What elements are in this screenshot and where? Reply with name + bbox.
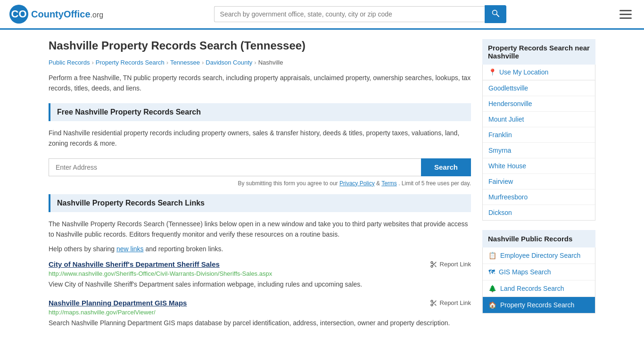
free-search-heading: Free Nashville Property Records Search [49, 103, 471, 121]
global-search-bar [214, 5, 506, 23]
terms-link[interactable]: Terms [381, 180, 397, 187]
resource-title-link[interactable]: City of Nashville Sheriff's Department S… [49, 260, 220, 268]
breadcrumb-property-records-search[interactable]: Property Records Search [96, 59, 165, 66]
resource-url: http://www.nashville.gov/Sheriffs-Office… [49, 270, 471, 277]
resource-description: View City of Nashville Sheriff's Departm… [49, 280, 471, 289]
logo-text: CountyOffice.org [31, 9, 103, 20]
public-records-title: Nashville Public Records [482, 230, 595, 247]
svg-line-3 [496, 14, 499, 16]
nearby-list-item: Dickson [483, 205, 595, 220]
svg-line-13 [432, 302, 434, 303]
nearby-hendersonville[interactable]: Hendersonville [483, 96, 595, 111]
svg-line-7 [434, 265, 436, 267]
nearby-dickson[interactable]: Dickson [483, 205, 595, 220]
resource-item: City of Nashville Sheriff's Department S… [49, 260, 471, 289]
resource-url: http://maps.nashville.gov/ParcelViewer/ [49, 309, 471, 316]
privacy-policy-link[interactable]: Privacy Policy [339, 180, 375, 187]
page-title: Nashville Property Records Search (Tenne… [49, 39, 471, 52]
location-pin-icon: 📍 [488, 68, 496, 76]
nearby-smyrna[interactable]: Smyrna [483, 143, 595, 158]
nearby-section: Property Records Search near Nashville 📍… [482, 39, 595, 221]
directory-icon: 📋 [488, 252, 496, 259]
use-location-item: 📍 Use My Location [483, 65, 595, 81]
address-search-input[interactable] [49, 158, 421, 176]
resource-title-row: Nashville Planning Department GIS Maps R… [49, 299, 471, 307]
address-search-row: Search [49, 158, 471, 176]
resource-description: Search Nashville Planning Department GIS… [49, 318, 471, 328]
content-area: Nashville Property Records Search (Tenne… [49, 39, 471, 337]
gis-maps-link[interactable]: 🗺 GIS Maps Search [483, 264, 595, 280]
nearby-list-item: Hendersonville [483, 96, 595, 112]
map-icon: 🗺 [488, 268, 495, 276]
resource-title-link[interactable]: Nashville Planning Department GIS Maps [49, 299, 187, 307]
hamburger-line [619, 17, 632, 19]
report-link-button[interactable]: Report Link [430, 299, 471, 307]
tree-icon: 🌲 [488, 285, 496, 292]
page-description: Perform a free Nashville, TN public prop… [49, 73, 471, 94]
breadcrumb-public-records[interactable]: Public Records [49, 59, 90, 66]
nearby-list: 📍 Use My Location Goodlettsville Henders… [482, 65, 595, 221]
logo-icon: CO [9, 5, 28, 24]
svg-text:CO: CO [11, 8, 27, 20]
nearby-list-item: Smyrna [483, 143, 595, 158]
nearby-section-title: Property Records Search near Nashville [482, 39, 595, 65]
public-records-item: 🗺 GIS Maps Search [483, 264, 595, 280]
scissors-icon [430, 261, 438, 268]
nearby-list-item: White House [483, 158, 595, 174]
breadcrumb-nashville: Nashville [258, 59, 283, 66]
svg-line-8 [432, 263, 434, 264]
links-description: The Nashville Property Records Search (T… [49, 219, 471, 240]
land-records-link[interactable]: 🌲 Land Records Search [483, 280, 595, 296]
public-records-item: 🌲 Land Records Search [483, 280, 595, 297]
free-search-description: Find Nashville residential property reco… [49, 128, 471, 149]
nearby-list-item: Mount Juliet [483, 112, 595, 127]
links-section-heading: Nashville Property Records Search Links [49, 194, 471, 212]
new-links-link[interactable]: new links [116, 245, 144, 253]
header: CO CountyOffice.org [0, 0, 644, 30]
sidebar: Property Records Search near Nashville 📍… [482, 39, 595, 337]
employee-directory-link[interactable]: 📋 Employee Directory Search [483, 247, 595, 263]
global-search-input[interactable] [214, 6, 485, 22]
home-icon: 🏠 [488, 301, 496, 309]
report-link-button[interactable]: Report Link [430, 261, 471, 268]
nearby-list-item: Fairview [483, 174, 595, 189]
svg-point-4 [431, 262, 433, 263]
svg-point-5 [431, 265, 433, 267]
form-disclaimer: By submitting this form you agree to our… [49, 180, 471, 187]
nearby-list-item: Murfreesboro [483, 189, 595, 205]
address-search-form: Search By submitting this form you agree… [49, 158, 471, 187]
hamburger-line [619, 10, 632, 11]
use-location-link[interactable]: 📍 Use My Location [483, 65, 595, 80]
hamburger-menu-button[interactable] [617, 7, 635, 22]
address-search-button[interactable]: Search [421, 158, 471, 176]
breadcrumb-davidson-county[interactable]: Davidson County [206, 59, 252, 66]
nearby-list-item: Franklin [483, 127, 595, 143]
nearby-murfreesboro[interactable]: Murfreesboro [483, 189, 595, 205]
logo-area: CO CountyOffice.org [9, 5, 103, 24]
breadcrumb-tennessee[interactable]: Tennessee [170, 59, 200, 66]
public-records-section: Nashville Public Records 📋 Employee Dire… [482, 230, 595, 313]
nearby-goodlettsville[interactable]: Goodlettsville [483, 81, 595, 96]
search-icon [492, 9, 499, 17]
scissors-icon [430, 299, 438, 307]
svg-point-9 [431, 300, 433, 302]
svg-point-10 [431, 304, 433, 306]
svg-line-12 [434, 304, 436, 305]
resource-item: Nashville Planning Department GIS Maps R… [49, 299, 471, 328]
resource-title-row: City of Nashville Sheriff's Department S… [49, 260, 471, 268]
main-container: Nashville Property Records Search (Tenne… [39, 30, 605, 347]
property-records-link[interactable]: 🏠 Property Records Search [483, 297, 595, 313]
public-records-item: 📋 Employee Directory Search [483, 247, 595, 264]
hamburger-line [619, 14, 632, 15]
nearby-mount-juliet[interactable]: Mount Juliet [483, 112, 595, 127]
nearby-white-house[interactable]: White House [483, 158, 595, 173]
public-records-list: 📋 Employee Directory Search 🗺 GIS Maps S… [482, 247, 595, 313]
breadcrumb: Public Records › Property Records Search… [49, 59, 471, 66]
nearby-list-item: Goodlettsville [483, 81, 595, 96]
share-line: Help others by sharing new links and rep… [49, 245, 471, 253]
public-records-active-item: 🏠 Property Records Search [483, 297, 595, 313]
global-search-button[interactable] [485, 5, 506, 23]
nearby-fairview[interactable]: Fairview [483, 174, 595, 189]
nearby-franklin[interactable]: Franklin [483, 127, 595, 142]
